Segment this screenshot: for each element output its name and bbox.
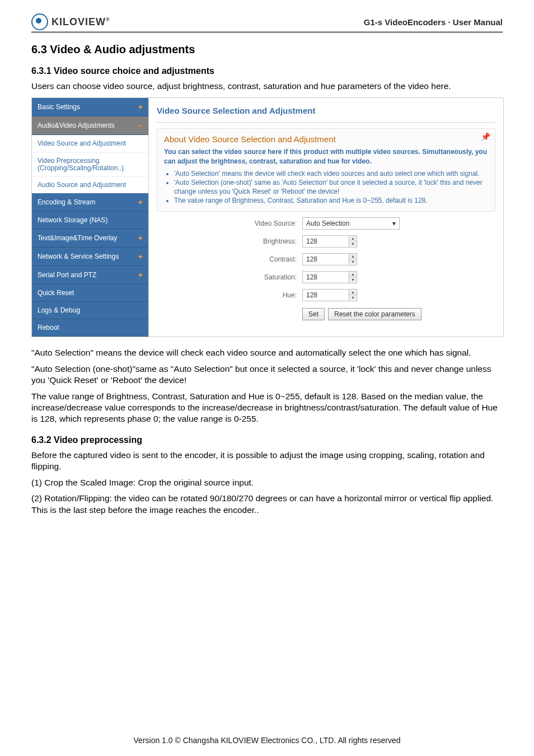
step-up-icon[interactable]: ▲ xyxy=(349,254,357,259)
brightness-stepper[interactable]: ▲ ▼ xyxy=(349,235,357,248)
sidebar-item-serial-ptz[interactable]: Serial Port and PTZ + xyxy=(32,266,148,284)
step-up-icon[interactable]: ▲ xyxy=(349,290,357,295)
contrast-input[interactable]: 128 xyxy=(302,253,349,265)
brand-name: KILOVIEW xyxy=(51,16,106,27)
sidebar: Basic Settings + Audio&Video Adjustments… xyxy=(32,98,149,337)
sidebar-label: Audio&Video Adjustments xyxy=(38,122,115,129)
sidebar-label: Basic Settings xyxy=(38,103,80,111)
expand-icon: + xyxy=(138,102,143,111)
auto-selection-paragraph: "Auto Selection" means the device will c… xyxy=(31,347,503,358)
reset-color-button[interactable]: Reset the color parameters xyxy=(328,308,421,320)
expand-icon: + xyxy=(138,270,143,279)
sidebar-item-network-storage[interactable]: Network Storage (NAS) xyxy=(32,212,148,229)
main-panel: Video Source Selection and Adjustment 📌 … xyxy=(149,98,503,337)
pin-icon: 📌 xyxy=(481,132,490,141)
row-brightness: Brightness: 128 ▲ ▼ xyxy=(157,235,495,248)
sidebar-item-av-adjustments[interactable]: Audio&Video Adjustments – xyxy=(32,116,148,135)
hue-input[interactable]: 128 xyxy=(302,289,349,301)
sidebar-item-quick-reset[interactable]: Quick Reset xyxy=(32,284,148,302)
sidebar-label: Reboot xyxy=(38,324,59,332)
step-up-icon[interactable]: ▲ xyxy=(349,236,357,241)
brand-text: KILOVIEW® xyxy=(51,16,110,28)
saturation-stepper[interactable]: ▲ ▼ xyxy=(349,271,357,283)
sidebar-label: Network & Service Settings xyxy=(38,253,119,260)
section-6-3-2-title: 6.3.2 Video preprocessing xyxy=(31,435,503,445)
hue-stepper[interactable]: ▲ ▼ xyxy=(349,289,357,301)
select-value: Auto Selection xyxy=(306,220,349,227)
step-down-icon[interactable]: ▼ xyxy=(349,295,357,300)
sidebar-label: Encoding & Stream xyxy=(38,198,95,206)
sidebar-item-audio-source-adjustment[interactable]: Audio Source and Adjustment xyxy=(32,176,148,193)
sidebar-item-network-service-settings[interactable]: Network & Service Settings + xyxy=(32,248,148,266)
expand-icon: + xyxy=(138,234,143,242)
sidebar-label: Serial Port and PTZ xyxy=(38,271,96,279)
expand-icon: + xyxy=(138,198,143,207)
about-bullet: 'Auto Selection (one-shot)' same as 'Aut… xyxy=(174,178,488,196)
chevron-down-icon: ▾ xyxy=(392,220,396,227)
step-up-icon[interactable]: ▲ xyxy=(349,272,357,277)
sidebar-label: Quick Reset xyxy=(38,289,74,297)
label-brightness: Brightness: xyxy=(157,237,302,245)
doc-header: KILOVIEW® G1-s VideoEncoders · User Manu… xyxy=(31,13,503,33)
label-contrast: Contrast: xyxy=(157,255,302,263)
section-6-3-title: 6.3 Video & Audio adjustments xyxy=(31,43,503,56)
sidebar-item-overlay[interactable]: Text&Image&Time Overlay + xyxy=(32,229,148,248)
section-6-3-1-title: 6.3.1 Video source choice and adjustment… xyxy=(31,66,503,76)
row-video-source: Video Source: Auto Selection ▾ xyxy=(157,217,495,230)
logo-icon xyxy=(31,13,48,30)
about-bullet-list: 'Auto Selection' means the device will c… xyxy=(164,169,488,206)
step-down-icon[interactable]: ▼ xyxy=(349,277,357,282)
row-hue: Hue: 128 ▲ ▼ xyxy=(157,289,495,301)
collapse-icon: – xyxy=(138,121,143,130)
row-contrast: Contrast: 128 ▲ ▼ xyxy=(157,253,495,265)
about-title: About Video Source Selection and Adjustm… xyxy=(164,134,488,144)
section-6-3-2-p2: (2) Rotation/Flipping: the video can be … xyxy=(31,493,503,516)
video-source-select[interactable]: Auto Selection ▾ xyxy=(302,217,400,230)
set-button[interactable]: Set xyxy=(302,308,325,320)
sidebar-label: Network Storage (NAS) xyxy=(38,216,107,224)
divider xyxy=(157,122,495,123)
sidebar-label: Text&Image&Time Overlay xyxy=(38,234,117,242)
label-hue: Hue: xyxy=(157,291,302,299)
brightness-input[interactable]: 128 xyxy=(302,235,349,248)
value-range-paragraph: The value range of Brightness, Contrast,… xyxy=(31,391,503,425)
sidebar-item-basic-settings[interactable]: Basic Settings + xyxy=(32,98,148,116)
saturation-input[interactable]: 128 xyxy=(302,271,349,283)
section-6-3-2-lead: Before the captured video is sent to the… xyxy=(31,450,503,473)
sidebar-label: Logs & Debug xyxy=(38,306,80,314)
section-6-3-2-p1: (1) Crop the Scaled Image: Crop the orig… xyxy=(31,477,503,488)
step-down-icon[interactable]: ▼ xyxy=(349,241,357,246)
sidebar-item-video-source-adjustment[interactable]: Video Source and Adjustment xyxy=(32,135,148,152)
sidebar-item-logs-debug[interactable]: Logs & Debug xyxy=(32,302,148,319)
page-footer: Version 1.0 © Changsha KILOVIEW Electron… xyxy=(0,736,534,745)
about-subtitle: You can select the video source here if … xyxy=(164,147,488,165)
label-video-source: Video Source: xyxy=(157,220,302,227)
row-saturation: Saturation: 128 ▲ ▼ xyxy=(157,271,495,283)
step-down-icon[interactable]: ▼ xyxy=(349,259,357,264)
section-6-3-1-lead: Users can choose video source, adjust br… xyxy=(31,81,503,92)
about-bullet: 'Auto Selection' means the device will c… xyxy=(174,169,488,178)
sidebar-item-reboot[interactable]: Reboot xyxy=(32,319,148,337)
panel-title: Video Source Selection and Adjustment xyxy=(157,101,495,120)
button-row: Set Reset the color parameters xyxy=(302,308,495,320)
trademark-icon: ® xyxy=(106,17,110,22)
brand-logo: KILOVIEW® xyxy=(31,13,110,30)
auto-selection-oneshot-paragraph: "Auto Selection (one-shot)"same as "Auto… xyxy=(31,363,503,386)
about-callout: 📌 About Video Source Selection and Adjus… xyxy=(157,128,495,211)
video-source-panel-screenshot: Basic Settings + Audio&Video Adjustments… xyxy=(31,97,504,337)
about-bullet: The value range of Brightness, Contrast,… xyxy=(174,196,488,205)
doc-title: G1-s VideoEncoders · User Manual xyxy=(364,17,503,27)
sidebar-item-video-preprocessing[interactable]: Video Preprocessing (Cropping/Scaling/Ro… xyxy=(32,152,148,176)
expand-icon: + xyxy=(138,252,143,261)
label-saturation: Saturation: xyxy=(157,273,302,281)
sidebar-item-encoding-stream[interactable]: Encoding & Stream + xyxy=(32,193,148,212)
contrast-stepper[interactable]: ▲ ▼ xyxy=(349,253,357,265)
